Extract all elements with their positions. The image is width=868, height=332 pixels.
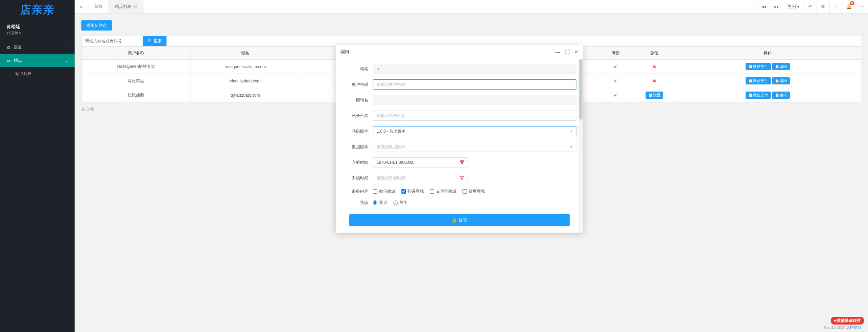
monitor-icon: ▭ xyxy=(7,58,11,63)
close-icon[interactable]: ✕ xyxy=(574,49,578,55)
sidebar: 店亲亲 肖松廷 代理商▾ ✿ 设置 ‹ ▭ 站点 ⌄ 站点列表 xyxy=(0,0,75,332)
logo: 店亲亲 xyxy=(0,0,75,20)
input-joined-date[interactable] xyxy=(373,157,468,168)
select-code-version[interactable] xyxy=(373,126,576,136)
wechat-setup-button[interactable]: 📋设置 xyxy=(646,92,663,99)
footer: © 2013-2019 大同信息 xyxy=(78,323,865,332)
status-radios: 开启 关闭 xyxy=(373,200,576,206)
check-icon: ✔ xyxy=(614,79,617,83)
tab-site-list[interactable]: 站点列表 ⓧ xyxy=(109,0,143,13)
label-joined: 入驻时间 xyxy=(342,160,373,165)
minimize-icon[interactable]: — xyxy=(555,49,560,55)
submit-bar: 🔒提交 xyxy=(342,211,576,233)
input-domain[interactable] xyxy=(373,64,576,74)
x-icon: ✖ xyxy=(653,64,656,69)
history-back-icon[interactable]: ◂◂ xyxy=(757,0,770,13)
topbar-right: ◂◂ ▸▸ 关闭▾ ↶ ⟳ ＋ 🔔0 ⋯ xyxy=(757,0,868,13)
notification-badge: 0 xyxy=(850,1,854,5)
chk-douyin-mall[interactable]: 抖音商城 xyxy=(401,189,424,194)
check-icon: ✔ xyxy=(614,93,617,98)
edit-dialog: 编辑 — ⛶ ✕ 域名 账户密码 商铺名 站长姓名 代码版本▼ 数据版本▼ 入驻… xyxy=(336,45,583,233)
wxpay-button[interactable]: 📋微信支付 xyxy=(746,92,771,99)
undo-icon[interactable]: ↶ xyxy=(804,0,816,13)
col-action: 操作 xyxy=(674,47,861,60)
label-owner: 站长姓名 xyxy=(342,113,373,119)
input-password[interactable] xyxy=(373,79,576,90)
hamburger-icon[interactable]: ≡ xyxy=(75,0,88,13)
label-data: 数据版本 xyxy=(342,144,373,150)
add-icon[interactable]: ＋ xyxy=(829,0,842,13)
dialog-header: 编辑 — ⛶ ✕ xyxy=(336,45,583,59)
tab-home[interactable]: 首页 xyxy=(88,0,109,13)
history-fwd-icon[interactable]: ▸▸ xyxy=(770,0,783,13)
chk-alipay-mall[interactable]: 支付宝商城 xyxy=(430,189,456,194)
service-checkboxes: 微信商城 抖音商城 支付宝商城 百度商城 xyxy=(373,189,576,194)
label-shop: 商铺名 xyxy=(342,97,373,103)
chk-wechat-mall[interactable]: 微信商城 xyxy=(373,189,395,194)
label-status: 状态 xyxy=(342,200,373,206)
topbar: ≡ 首页 站点列表 ⓧ ◂◂ ▸▸ 关闭▾ ↶ ⟳ ＋ 🔔0 ⋯ xyxy=(75,0,868,14)
label-service: 服务内容 xyxy=(342,189,373,194)
x-icon: ✖ xyxy=(653,79,656,83)
gear-icon: ✿ xyxy=(7,45,10,50)
add-site-button[interactable]: 添加新站点 xyxy=(81,20,112,31)
edit-button[interactable]: 📋编辑 xyxy=(772,92,790,99)
chevron-left-icon: ‹ xyxy=(67,45,68,49)
caret-down-icon: ▾ xyxy=(19,31,21,35)
app-root: 店亲亲 肖松廷 代理商▾ ✿ 设置 ‹ ▭ 站点 ⌄ 站点列表 ≡ 首页 站点列… xyxy=(0,0,868,332)
topbar-left: ≡ 首页 站点列表 ⓧ xyxy=(75,0,143,13)
search-icon: 🔍 xyxy=(147,39,153,43)
label-code: 代码版本 xyxy=(342,129,373,134)
radio-close[interactable]: 关闭 xyxy=(393,200,408,206)
chk-baidu-mall[interactable]: 百度商城 xyxy=(462,189,485,194)
caret-down-icon: ▾ xyxy=(797,4,800,9)
dialog-scrollbar[interactable] xyxy=(578,59,583,233)
nav-site[interactable]: ▭ 站点 ⌄ xyxy=(0,54,75,67)
radio-open[interactable]: 开启 xyxy=(373,200,387,206)
user-block: 肖松廷 代理商▾ xyxy=(0,20,75,41)
footer-link[interactable]: 大同信息 xyxy=(846,325,861,329)
nav-settings[interactable]: ✿ 设置 ‹ xyxy=(0,41,75,54)
label-pwd: 账户密码 xyxy=(342,82,373,87)
wxpay-button[interactable]: 📋微信支付 xyxy=(746,77,771,84)
tab-close-icon[interactable]: ⓧ xyxy=(133,4,137,9)
dialog-body: 域名 账户密码 商铺名 站长姓名 代码版本▼ 数据版本▼ 入驻时间📅 升级时间📅… xyxy=(336,59,583,233)
user-role[interactable]: 代理商▾ xyxy=(7,31,68,36)
col-merchant: 商户名称 xyxy=(82,47,191,60)
check-icon: ✔ xyxy=(614,64,617,69)
edit-button[interactable]: 📋编辑 xyxy=(772,63,790,70)
label-upgrade: 升级时间 xyxy=(342,175,373,181)
input-upgrade-date[interactable] xyxy=(373,173,468,183)
nav-site-list[interactable]: 站点列表 xyxy=(0,67,75,80)
search-button[interactable]: 🔍搜索 xyxy=(143,36,166,46)
maximize-icon[interactable]: ⛶ xyxy=(565,49,570,55)
input-owner[interactable] xyxy=(373,111,576,121)
bell-icon[interactable]: 🔔0 xyxy=(842,0,855,13)
col-domain: 域名 xyxy=(191,47,300,60)
input-shop[interactable] xyxy=(373,95,576,105)
col-douyin: 抖音 xyxy=(596,47,635,60)
dialog-title: 编辑 xyxy=(340,49,349,55)
user-name: 肖松廷 xyxy=(7,24,68,30)
wxpay-button[interactable]: 📋微信支付 xyxy=(746,63,771,70)
close-menu[interactable]: 关闭▾ xyxy=(783,0,804,13)
select-data-version[interactable] xyxy=(373,142,576,152)
scrollbar-thumb[interactable] xyxy=(579,59,583,120)
more-icon[interactable]: ⋯ xyxy=(855,0,868,13)
refresh-icon[interactable]: ⟳ xyxy=(816,0,829,13)
dialog-controls: — ⛶ ✕ xyxy=(555,49,578,55)
search-input[interactable] xyxy=(82,36,143,46)
chevron-down-icon: ⌄ xyxy=(65,59,68,62)
lock-icon: 🔒 xyxy=(452,218,457,223)
label-domain: 域名 xyxy=(342,66,373,72)
col-wechat: 微信 xyxy=(635,47,674,60)
submit-button[interactable]: 🔒提交 xyxy=(349,214,570,226)
edit-button[interactable]: 📋编辑 xyxy=(772,77,790,84)
